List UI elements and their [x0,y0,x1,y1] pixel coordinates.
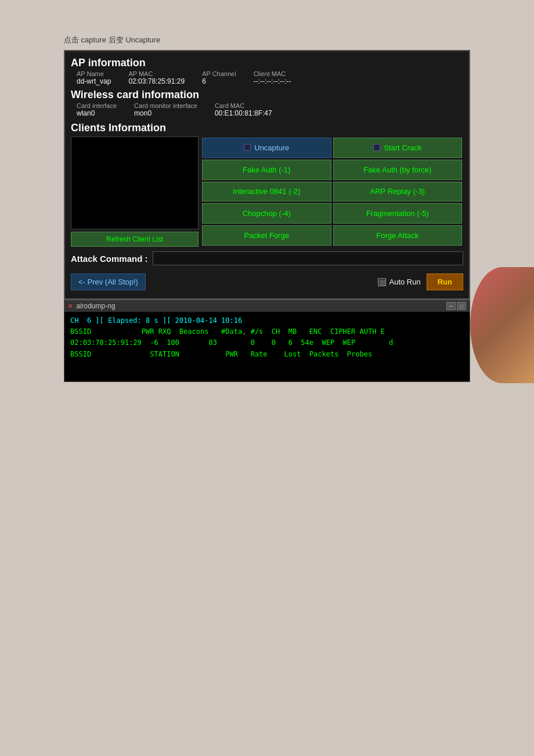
terminal-body: CH 6 ][ Elapsed: 8 s ][ 2010-04-14 10:16… [64,312,470,381]
fake-auth-force-button[interactable]: Fake Auth (by force) [333,160,463,180]
ap-mac-col: AP MAC 02:03:78:25:91:29 [128,70,185,85]
attack-command-label: Attack Command : [71,254,148,264]
side-decoration [470,267,534,383]
card-interface-col: Card interface wlan0 [77,102,117,117]
run-button[interactable]: Run [427,273,463,290]
terminal-minimize-button[interactable]: ─ [446,302,456,310]
clients-info-title: Clients Information [71,122,463,134]
card-interface-label: Card interface [77,102,117,109]
card-mac-col: Card MAC 00:E1:00:81:8F:47 [215,102,272,117]
uncapture-indicator [244,144,251,151]
ap-info-title: AP information [71,57,463,69]
top-note: 点击 capture 后变 Uncapture [0,0,534,50]
start-crack-button[interactable]: Start Crack [333,138,463,158]
terminal-titlebar: × airodump-ng ─ □ [64,300,470,312]
attack-buttons-grid: Uncapture Start Crack Fake Auth (-1) Fak… [201,136,463,247]
ap-channel-col: AP Channel 6 [202,70,236,85]
card-monitor-col: Card monitor interface mon0 [134,102,197,117]
prev-button[interactable]: <- Prev (All Stop!) [71,273,146,290]
forge-attack-button[interactable]: Forge Attack [333,225,463,246]
attack-command-row: Attack Command : [71,251,463,265]
clients-list [71,136,199,229]
ap-channel-value: 6 [202,77,236,85]
terminal-title: airodump-ng [76,302,443,310]
ap-mac-label: AP MAC [128,70,185,77]
card-monitor-value: mon0 [134,109,197,117]
terminal-controls: ─ □ [446,302,466,310]
ap-name-label: AP Name [77,70,111,77]
card-interface-value: wlan0 [77,109,117,117]
clients-list-area: Refresh Client List [71,136,199,247]
refresh-client-list-button[interactable]: Refresh Client List [71,232,199,247]
chopchop-button[interactable]: Chopchop (-4) [202,203,331,224]
wireless-info-title: Wireless card information [71,89,463,101]
terminal-close-icon[interactable]: × [68,301,73,311]
fragmentation-button[interactable]: Fragmentation (-5) [333,203,463,224]
auto-run-checkbox[interactable] [378,278,386,286]
ap-mac-value: 02:03:78:25:91:29 [128,77,185,85]
start-crack-indicator [373,144,380,151]
fake-auth-button[interactable]: Fake Auth (-1) [202,160,331,180]
arp-replay-button[interactable]: ARP Replay (-3) [333,182,463,202]
terminal-line-2: BSSID PWR RXQ Beacons #Data, #/s CH MB E… [70,326,464,337]
ap-name-value: dd-wrt_vap [77,77,111,85]
client-mac-col: Client MAC --:--:--:--:--:-- [254,70,291,85]
card-mac-value: 00:E1:00:81:8F:47 [215,109,272,117]
wireless-info-section: Wireless card information Card interface… [71,89,463,117]
client-mac-label: Client MAC [254,70,291,77]
ap-info-section: AP information AP Name dd-wrt_vap AP MAC… [71,57,463,85]
bottom-bar: <- Prev (All Stop!) Auto Run Run [71,271,463,293]
auto-run-label: Auto Run [389,278,421,286]
client-mac-value: --:--:--:--:--:-- [254,77,291,85]
card-mac-label: Card MAC [215,102,272,109]
attack-command-input[interactable] [153,251,463,265]
terminal-line-1: CH 6 ][ Elapsed: 8 s ][ 2010-04-14 10:16 [70,315,464,326]
clients-info-section: Clients Information Refresh Client List … [71,122,463,247]
terminal-window: × airodump-ng ─ □ CH 6 ][ Elapsed: 8 s ]… [64,300,470,382]
packet-forge-button[interactable]: Packet Forge [202,225,331,246]
ap-name-col: AP Name dd-wrt_vap [77,70,111,85]
uncapture-button[interactable]: Uncapture [202,138,331,158]
main-panel: AP information AP Name dd-wrt_vap AP MAC… [64,50,470,300]
interactive-button[interactable]: Interactive 0841 (-2) [202,182,331,202]
auto-run-area: Auto Run [378,278,421,286]
terminal-maximize-button[interactable]: □ [457,302,466,310]
ap-channel-label: AP Channel [202,70,236,77]
terminal-line-4: BSSID STATION PWR Rate Lost Packets Prob… [70,349,464,360]
terminal-line-3: 02:03:78:25:91:29 -6 100 83 0 0 6 54e WE… [70,337,464,348]
card-monitor-label: Card monitor interface [134,102,197,109]
